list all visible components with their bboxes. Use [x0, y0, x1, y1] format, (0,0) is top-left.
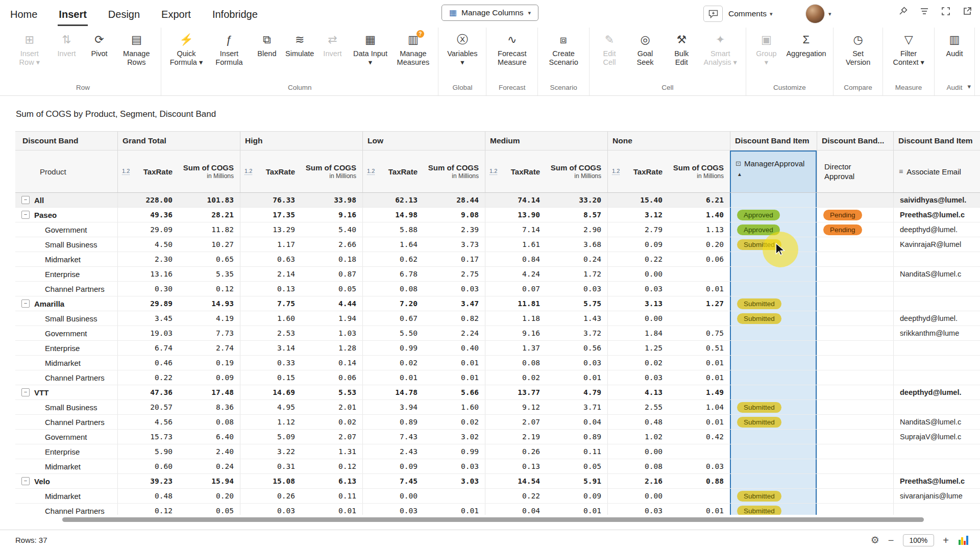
pivot-button[interactable]: ⟳Pivot — [83, 28, 116, 60]
value-cell[interactable]: 0.75 — [669, 326, 730, 340]
value-cell[interactable]: 0.01 — [669, 356, 730, 370]
manager-approval-cell[interactable]: Submitted — [730, 489, 817, 503]
value-cell[interactable]: 11.82 — [179, 222, 240, 237]
value-cell[interactable]: 0.22 — [485, 489, 546, 503]
director-approval-cell[interactable] — [817, 444, 893, 459]
status-chip-approved[interactable]: Approved — [737, 224, 780, 235]
value-cell[interactable]: 1.49 — [669, 385, 730, 399]
manager-approval-cell[interactable] — [730, 459, 817, 473]
band-header-high[interactable]: High — [240, 132, 362, 150]
value-cell[interactable]: 6.40 — [179, 430, 240, 444]
value-cell[interactable]: 9.08 — [424, 208, 485, 222]
value-cell[interactable]: 5.75 — [546, 296, 607, 311]
value-cell[interactable]: 4.50 — [117, 237, 179, 252]
director-approval-cell[interactable] — [817, 193, 893, 207]
associate-email-cell[interactable] — [893, 341, 980, 355]
number-format-icon[interactable]: 1.2 — [489, 168, 497, 175]
director-approval-cell[interactable] — [817, 415, 893, 429]
value-cell[interactable]: 4.79 — [546, 385, 607, 399]
value-cell[interactable]: 49.36 — [117, 208, 179, 222]
value-cell[interactable]: 17.48 — [179, 385, 240, 399]
manager-approval-cell[interactable] — [730, 370, 817, 385]
value-cell[interactable]: 15.94 — [179, 474, 240, 488]
associate-email-cell[interactable]: NanditaS@lumel.c — [893, 267, 980, 281]
associate-email-cell[interactable]: NanditaS@lumel.c — [893, 415, 980, 429]
status-chip-approved[interactable]: Approved — [737, 210, 780, 220]
value-cell[interactable]: 8.36 — [179, 400, 240, 414]
value-cell[interactable]: 0.60 — [117, 459, 179, 473]
row-label-cell[interactable]: Midmarket — [15, 252, 117, 266]
value-cell[interactable] — [669, 267, 730, 281]
manager-approval-cell[interactable]: Submitted — [730, 415, 817, 429]
value-cell[interactable]: 14.78 — [362, 385, 424, 399]
value-cell[interactable]: 0.04 — [485, 504, 546, 515]
value-cell[interactable]: 0.63 — [240, 252, 301, 266]
value-cell[interactable]: 2.24 — [424, 326, 485, 340]
value-cell[interactable]: 3.03 — [424, 474, 485, 488]
value-cell[interactable]: 0.01 — [362, 370, 424, 385]
manager-approval-cell[interactable]: Submitted — [730, 400, 817, 414]
value-cell[interactable]: 0.40 — [424, 341, 485, 355]
value-cell[interactable]: 19.03 — [117, 326, 179, 340]
value-cell[interactable]: 2.01 — [301, 400, 362, 414]
value-cell[interactable]: 0.11 — [546, 444, 607, 459]
value-cell[interactable]: 0.08 — [179, 415, 240, 429]
value-cell[interactable]: 0.26 — [485, 444, 546, 459]
value-cell[interactable]: 0.99 — [362, 341, 424, 355]
value-cell[interactable]: 1.04 — [669, 400, 730, 414]
value-cell[interactable]: 0.08 — [362, 282, 424, 296]
director-approval-cell[interactable] — [817, 489, 893, 503]
value-cell[interactable]: 0.14 — [301, 356, 362, 370]
status-chip-submitted[interactable]: Submitted — [737, 491, 781, 502]
value-cell[interactable]: 1.60 — [424, 400, 485, 414]
value-cell[interactable]: 0.03 — [546, 356, 607, 370]
director-approval-cell[interactable]: Pending — [817, 222, 893, 237]
value-cell[interactable]: 0.12 — [179, 282, 240, 296]
ribbon-collapse-icon[interactable]: ▾ — [967, 83, 971, 90]
value-cell[interactable]: 0.00 — [607, 489, 669, 503]
band-header-item-director-approval[interactable]: Discount Band... — [817, 132, 893, 150]
value-cell[interactable]: 47.36 — [117, 385, 179, 399]
band-header-none[interactable]: None — [607, 132, 730, 150]
band-header-item-associate-email[interactable]: Discount Band Item — [893, 132, 980, 150]
value-cell[interactable]: 0.05 — [179, 504, 240, 515]
value-cell[interactable]: 0.03 — [362, 504, 424, 515]
value-cell[interactable]: 4.19 — [179, 311, 240, 326]
value-cell[interactable]: 0.51 — [669, 341, 730, 355]
value-cell[interactable] — [669, 489, 730, 503]
bulk-edit-button[interactable]: ⚒Bulk Edit — [665, 28, 698, 68]
manager-approval-cell[interactable]: Submitted — [730, 311, 817, 326]
filter-list-icon[interactable] — [920, 7, 929, 16]
value-cell[interactable]: 0.06 — [669, 252, 730, 266]
value-cell[interactable]: 0.42 — [669, 430, 730, 444]
value-cell[interactable]: 13.90 — [485, 208, 546, 222]
value-cell[interactable]: 1.72 — [546, 267, 607, 281]
director-approval-cell[interactable] — [817, 296, 893, 311]
value-cell[interactable]: 5.50 — [362, 326, 424, 340]
associate-email-cell[interactable]: sivaranjanis@lume — [893, 489, 980, 503]
value-cell[interactable]: 0.56 — [546, 341, 607, 355]
associate-email-cell[interactable] — [893, 400, 980, 414]
value-cell[interactable]: 2.43 — [362, 444, 424, 459]
value-cell[interactable]: 0.02 — [607, 356, 669, 370]
manager-approval-cell[interactable]: Approved — [730, 222, 817, 237]
insert-formula-button[interactable]: ƒInsert Formula — [208, 28, 251, 68]
row-label-cell[interactable]: Government — [15, 222, 117, 237]
director-approval-cell[interactable]: Pending — [817, 208, 893, 222]
value-cell[interactable]: 0.22 — [607, 252, 669, 266]
value-cell[interactable]: 0.01 — [424, 370, 485, 385]
director-approval-cell[interactable] — [817, 341, 893, 355]
cogs-header-medium[interactable]: Sum of COGSin Millions — [546, 151, 607, 192]
director-approval-cell[interactable] — [817, 282, 893, 296]
value-cell[interactable]: 2.40 — [179, 444, 240, 459]
value-cell[interactable]: 1.94 — [301, 311, 362, 326]
app-logo-icon[interactable] — [958, 535, 969, 546]
manager-approval-cell[interactable] — [730, 267, 817, 281]
value-cell[interactable]: 5.88 — [362, 222, 424, 237]
director-approval-cell[interactable] — [817, 474, 893, 488]
collapse-expander-icon[interactable]: − — [21, 477, 30, 485]
value-cell[interactable]: 2.55 — [607, 400, 669, 414]
value-cell[interactable]: 2.14 — [240, 267, 301, 281]
director-approval-cell[interactable] — [817, 370, 893, 385]
collapse-expander-icon[interactable]: − — [21, 211, 30, 219]
